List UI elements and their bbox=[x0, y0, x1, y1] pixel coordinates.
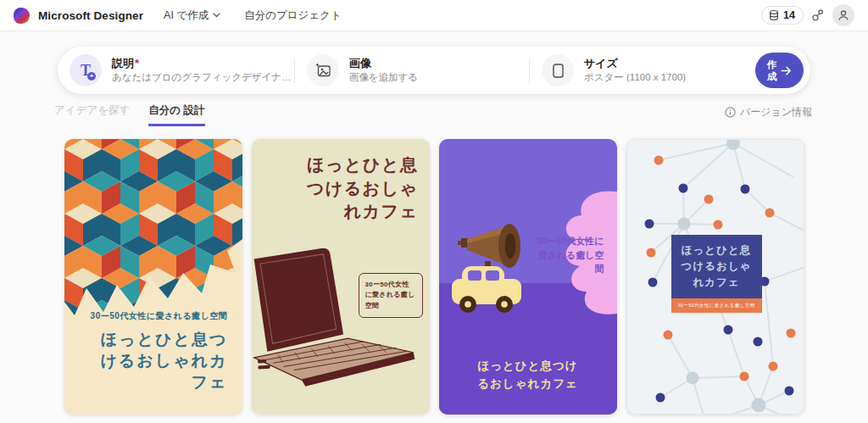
share-button[interactable] bbox=[811, 8, 825, 22]
designer-logo-icon bbox=[14, 8, 30, 24]
poster-title: ほっとひと息つけるおしゃれカフェ bbox=[87, 329, 228, 392]
account-avatar[interactable] bbox=[832, 4, 854, 26]
design-results-grid: 30ー50代女性に愛される癒し空間 ほっとひと息つけるおしゃれカフェ ほっとひと… bbox=[64, 139, 804, 415]
poster-title: ほっとひと息つけるおしゃれカフェ bbox=[303, 153, 419, 224]
size-value: ポスター (1100 x 1700) bbox=[584, 72, 686, 84]
credits-stack-icon bbox=[768, 9, 780, 21]
size-label: サイズ bbox=[584, 57, 686, 70]
poster-title-box: ほっとひと息つけるおしゃれカフェ bbox=[671, 235, 762, 298]
nav-create-with-ai[interactable]: AI で作成 bbox=[164, 8, 220, 23]
credits-count: 14 bbox=[783, 9, 795, 21]
prompt-bar: T+ 説明* あなたはプロのグラフィックデザイナーです。 地... 画像 画像を… bbox=[58, 47, 810, 94]
create-button-label: 作成 bbox=[766, 58, 777, 83]
nav-my-projects[interactable]: 自分のプロジェクト bbox=[244, 8, 342, 23]
design-thumbnail-1[interactable]: 30ー50代女性に愛される癒し空間 ほっとひと息つけるおしゃれカフェ bbox=[64, 139, 242, 415]
version-info-label: バージョン情報 bbox=[740, 105, 812, 120]
top-right-cluster: 14 bbox=[761, 4, 854, 26]
cubes-pattern-art bbox=[64, 139, 242, 326]
description-label: 説明 bbox=[112, 57, 134, 70]
poster-subtitle: 30〜50代女性に愛される癒し空間 bbox=[531, 234, 604, 276]
poster-subtitle-box: 30ー50代女性に愛される癒し空間 bbox=[359, 273, 423, 318]
design-thumbnail-3[interactable]: 30〜50代女性に愛される癒し空間 ほっとひと息つけるおしゃれカフェ bbox=[439, 139, 617, 415]
image-label: 画像 bbox=[349, 57, 418, 70]
nav-projects-label: 自分のプロジェクト bbox=[244, 8, 342, 23]
credits-pill[interactable]: 14 bbox=[761, 6, 804, 25]
version-info-link[interactable]: バージョン情報 bbox=[725, 103, 812, 120]
text-add-icon: T+ bbox=[70, 54, 102, 86]
create-button[interactable]: 作成 bbox=[755, 53, 804, 88]
description-value: あなたはプロのグラフィックデザイナーです。 地... bbox=[112, 72, 294, 84]
poster-subtitle-bar: 30ー50代女性に愛される癒し空間 bbox=[671, 298, 762, 313]
info-icon bbox=[725, 107, 736, 118]
arrow-right-icon bbox=[780, 64, 793, 77]
poster-subtitle: 30ー50代女性に愛される癒し空間 bbox=[87, 309, 228, 323]
chevron-down-icon bbox=[213, 13, 220, 18]
description-field[interactable]: T+ 説明* あなたはプロのグラフィックデザイナーです。 地... bbox=[58, 54, 294, 86]
top-bar: Microsoft Designer AI で作成 自分のプロジェクト 14 bbox=[0, 0, 868, 31]
image-placeholder: 画像を追加する bbox=[349, 72, 418, 84]
car-illustration bbox=[450, 263, 525, 315]
required-asterisk: * bbox=[135, 57, 139, 70]
nav-create-label: AI で作成 bbox=[164, 8, 209, 23]
image-field[interactable]: 画像 画像を追加する bbox=[295, 54, 529, 86]
app-title: Microsoft Designer bbox=[38, 9, 143, 22]
laptop-illustration bbox=[252, 245, 421, 398]
design-thumbnail-4[interactable]: ほっとひと息つけるおしゃれカフェ 30ー50代女性に愛される癒し空間 bbox=[626, 139, 804, 415]
design-thumbnail-2[interactable]: ほっとひと息つけるおしゃれカフェ 30ー50代女性に愛される癒し空間 bbox=[252, 139, 430, 415]
size-field[interactable]: サイズ ポスター (1100 x 1700) bbox=[530, 54, 752, 86]
tab-explore-ideas[interactable]: アイデアを探す bbox=[54, 103, 130, 124]
person-icon bbox=[837, 9, 849, 21]
portrait-size-icon bbox=[542, 54, 574, 86]
share-icon bbox=[811, 8, 825, 22]
poster-text-block: 30ー50代女性に愛される癒し空間 ほっとひと息つけるおしゃれカフェ bbox=[87, 309, 228, 392]
image-add-icon bbox=[307, 54, 339, 86]
poster-title: ほっとひと息つけるおしゃれカフェ bbox=[472, 358, 584, 393]
tab-my-designs[interactable]: 自分の 設計 bbox=[148, 103, 204, 126]
tabs-row: アイデアを探す 自分の 設計 バージョン情報 bbox=[0, 103, 868, 126]
